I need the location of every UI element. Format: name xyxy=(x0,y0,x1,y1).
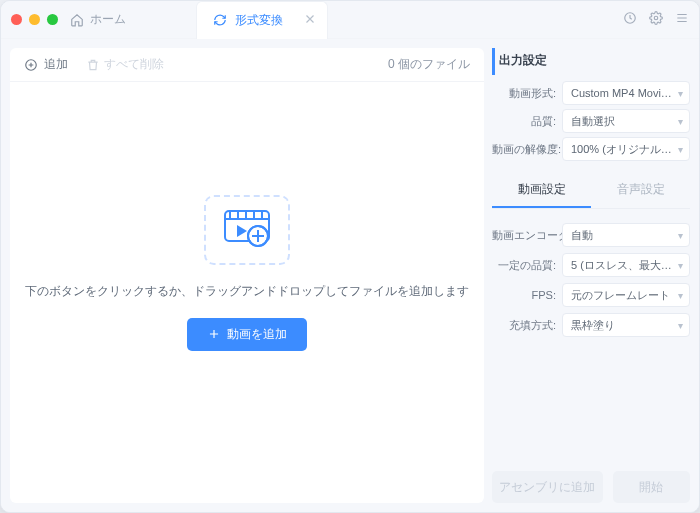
row-quality: 品質: 自動選択 ▾ xyxy=(492,107,690,135)
chevron-down-icon: ▾ xyxy=(678,320,683,331)
home-link[interactable]: ホーム xyxy=(70,11,126,28)
encoder-value: 自動 xyxy=(571,228,593,243)
clock-icon xyxy=(623,11,637,25)
add-file-button[interactable]: 追加 xyxy=(24,56,68,73)
dropzone-hint: 下のボタンをクリックするか、ドラッグアンドドロップしてファイルを追加します xyxy=(25,283,469,300)
tab-format-convert[interactable]: 形式変換 xyxy=(196,1,328,39)
add-file-label: 追加 xyxy=(44,56,68,73)
video-format-value: Custom MP4 Movie(... xyxy=(571,87,674,99)
history-button[interactable] xyxy=(623,11,637,28)
video-format-label: 動画形式: xyxy=(492,86,562,101)
menu-button[interactable] xyxy=(675,11,689,28)
main-panel: 追加 すべて削除 0 個のファイル xyxy=(10,48,484,503)
tab-label: 形式変換 xyxy=(235,12,283,29)
chevron-down-icon: ▾ xyxy=(678,290,683,301)
delete-all-label: すべて削除 xyxy=(104,56,164,73)
file-toolbar: 追加 すべて削除 0 個のファイル xyxy=(10,48,484,82)
row-video-format: 動画形式: Custom MP4 Movie(... ▾ xyxy=(492,79,690,107)
close-window-button[interactable] xyxy=(11,14,22,25)
add-video-label: 動画を追加 xyxy=(227,326,287,343)
add-to-assembly-button[interactable]: アセンブリに追加 xyxy=(492,471,603,503)
row-fill: 充填方式: 黒枠塗り ▾ xyxy=(492,311,690,339)
chevron-down-icon: ▾ xyxy=(678,260,683,271)
menu-icon xyxy=(675,11,689,25)
quality-select[interactable]: 自動選択 ▾ xyxy=(562,109,690,133)
encoder-label: 動画エンコーダ: xyxy=(492,228,562,243)
row-encoder: 動画エンコーダ: 自動 ▾ xyxy=(492,221,690,249)
resolution-label: 動画の解像度: xyxy=(492,142,562,157)
fps-value: 元のフレームレート xyxy=(571,288,670,303)
plus-icon xyxy=(207,327,221,341)
settings-subtabs: 動画設定 音声設定 xyxy=(492,181,690,209)
const-quality-value: 5 (ロスレス、最大サ... xyxy=(571,258,674,273)
tabbar: 形式変換 xyxy=(196,1,623,39)
quality-value: 自動選択 xyxy=(571,114,615,129)
sidebar: 出力設定 動画形式: Custom MP4 Movie(... ▾ 品質: 自動… xyxy=(492,48,690,503)
const-quality-label: 一定の品質: xyxy=(492,258,562,273)
plus-circle-icon xyxy=(24,58,38,72)
encoder-select[interactable]: 自動 ▾ xyxy=(562,223,690,247)
quality-label: 品質: xyxy=(492,114,562,129)
delete-all-button[interactable]: すべて削除 xyxy=(86,56,164,73)
window-controls xyxy=(11,14,58,25)
settings-button[interactable] xyxy=(649,11,663,28)
video-settings-group: 動画エンコーダ: 自動 ▾ 一定の品質: 5 (ロスレス、最大サ... ▾ FP… xyxy=(492,221,690,339)
add-video-button[interactable]: 動画を追加 xyxy=(187,318,307,351)
const-quality-select[interactable]: 5 (ロスレス、最大サ... ▾ xyxy=(562,253,690,277)
sidebar-footer: アセンブリに追加 開始 xyxy=(492,457,690,503)
video-format-select[interactable]: Custom MP4 Movie(... ▾ xyxy=(562,81,690,105)
fill-value: 黒枠塗り xyxy=(571,318,615,333)
chevron-down-icon: ▾ xyxy=(678,116,683,127)
dropzone[interactable]: 下のボタンをクリックするか、ドラッグアンドドロップしてファイルを追加します 動画… xyxy=(10,82,484,503)
resolution-value: 100% (オリジナルア... xyxy=(571,142,674,157)
row-resolution: 動画の解像度: 100% (オリジナルア... ▾ xyxy=(492,135,690,163)
minimize-window-button[interactable] xyxy=(29,14,40,25)
fps-select[interactable]: 元のフレームレート ▾ xyxy=(562,283,690,307)
film-add-icon xyxy=(204,195,290,265)
home-icon xyxy=(70,13,84,27)
tab-close-button[interactable] xyxy=(303,12,317,29)
row-fps: FPS: 元のフレームレート ▾ xyxy=(492,281,690,309)
svg-point-1 xyxy=(654,16,658,20)
resolution-select[interactable]: 100% (オリジナルア... ▾ xyxy=(562,137,690,161)
chevron-down-icon: ▾ xyxy=(678,88,683,99)
close-icon xyxy=(303,12,317,26)
subtab-video[interactable]: 動画設定 xyxy=(492,181,591,208)
output-settings-title: 出力設定 xyxy=(492,48,690,75)
chevron-down-icon: ▾ xyxy=(678,230,683,241)
refresh-icon xyxy=(213,13,227,27)
maximize-window-button[interactable] xyxy=(47,14,58,25)
fill-label: 充填方式: xyxy=(492,318,562,333)
app-window: ホーム 形式変換 xyxy=(0,0,700,513)
fps-label: FPS: xyxy=(492,289,562,301)
home-label: ホーム xyxy=(90,11,126,28)
body: 追加 すべて削除 0 個のファイル xyxy=(1,39,699,512)
titlebar: ホーム 形式変換 xyxy=(1,1,699,39)
start-button[interactable]: 開始 xyxy=(613,471,690,503)
file-count: 0 個のファイル xyxy=(388,56,470,73)
svg-marker-4 xyxy=(237,225,247,237)
fill-select[interactable]: 黒枠塗り ▾ xyxy=(562,313,690,337)
gear-icon xyxy=(649,11,663,25)
chevron-down-icon: ▾ xyxy=(678,144,683,155)
row-const-quality: 一定の品質: 5 (ロスレス、最大サ... ▾ xyxy=(492,251,690,279)
subtab-audio[interactable]: 音声設定 xyxy=(591,181,690,208)
trash-icon xyxy=(86,58,100,72)
